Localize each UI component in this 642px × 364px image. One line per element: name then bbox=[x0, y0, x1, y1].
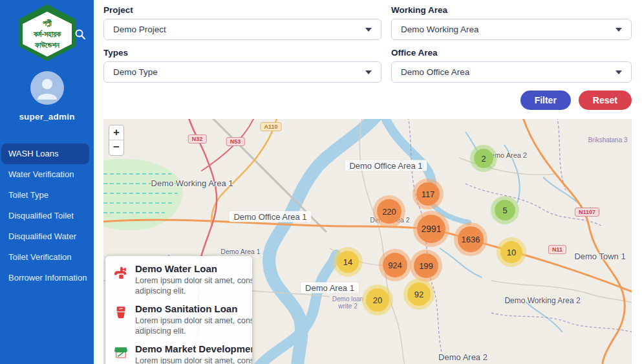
svg-text:ফাউন্ডেশন: ফাউন্ডেশন bbox=[34, 41, 59, 50]
road-badge: N11 bbox=[548, 245, 566, 254]
cluster-count: 1636 bbox=[462, 235, 480, 244]
sidebar-item-toilet-verification[interactable]: Toilet Verification bbox=[0, 247, 94, 268]
faucet-icon bbox=[114, 263, 129, 296]
map-cluster[interactable]: 924 bbox=[383, 253, 407, 277]
types-field: Types Demo Type bbox=[103, 48, 381, 110]
map-cluster[interactable]: 2991 bbox=[417, 215, 445, 243]
road-badge: N32 bbox=[188, 134, 207, 144]
cluster-count: 199 bbox=[419, 261, 433, 271]
sidebar-nav: WASH Loans Water Verification Toilet Typ… bbox=[0, 144, 94, 288]
zoom-in-button[interactable]: + bbox=[109, 125, 123, 140]
map-label: Demo Office Area 1 bbox=[345, 160, 427, 171]
map-cluster[interactable]: 220 bbox=[377, 199, 401, 224]
working-area-field: Working Area Demo Working Area bbox=[391, 5, 632, 48]
logo-hexagon-icon: পল্লী কর্ম-সহায়ক ফাউন্ডেশন bbox=[17, 4, 77, 61]
svg-text:কর্ম-সহায়ক: কর্ম-সহায়ক bbox=[32, 30, 61, 39]
sidebar-item-water-verification[interactable]: Water Verification bbox=[0, 164, 94, 185]
office-area-select-value: Demo Office Area bbox=[401, 67, 469, 77]
map-cluster[interactable]: 5 bbox=[495, 200, 515, 220]
types-select-value: Demo Type bbox=[113, 67, 158, 77]
map-label: Demo loan write 2 bbox=[328, 295, 367, 310]
sidebar: পল্লী কর্ম-সহায়ক ফাউন্ডেশন super_admin … bbox=[0, 0, 94, 364]
project-label: Project bbox=[103, 5, 381, 15]
map-cluster[interactable]: 2 bbox=[474, 149, 493, 168]
toilet-icon bbox=[114, 303, 129, 336]
map-label: Demo Town 1 bbox=[574, 252, 625, 261]
org-logo: পল্লী কর্ম-সহায়ক ফাউন্ডেশন bbox=[17, 4, 77, 61]
office-area-field: Office Area Demo Office Area Filter Rese… bbox=[391, 48, 632, 110]
chevron-down-icon bbox=[615, 28, 622, 32]
project-select[interactable]: Demo Project bbox=[103, 19, 381, 40]
sidebar-item-borrower-information[interactable]: Borrower Information bbox=[0, 268, 94, 288]
working-area-label: Working Area bbox=[391, 5, 632, 15]
office-area-select[interactable]: Demo Office Area bbox=[391, 61, 632, 83]
legend-text-block: Demo Water Loan Lorem ipsum dolor sit am… bbox=[135, 263, 252, 296]
map-cluster[interactable]: 92 bbox=[407, 283, 431, 306]
map-cluster[interactable]: 14 bbox=[337, 251, 359, 273]
cluster-count: 92 bbox=[414, 290, 423, 299]
road-badge: N53 bbox=[226, 137, 245, 146]
map-cluster[interactable]: 199 bbox=[414, 253, 438, 278]
map-cluster[interactable]: 1636 bbox=[458, 226, 484, 252]
sidebar-item-wash-loans[interactable]: WASH Loans bbox=[1, 144, 89, 164]
project-select-value: Demo Project bbox=[113, 25, 166, 34]
username: super_admin bbox=[0, 112, 94, 122]
map-cluster[interactable]: 20 bbox=[366, 288, 389, 312]
sidebar-item-toilet-type[interactable]: Toilet Type bbox=[0, 185, 94, 206]
map-legend: Demo Water Loan Lorem ipsum dolor sit am… bbox=[105, 256, 252, 364]
filter-actions: Filter Reset bbox=[391, 91, 632, 110]
map-label: Demo Office Area 1 bbox=[229, 211, 311, 222]
map-label: Demo Area 1 bbox=[301, 283, 359, 294]
office-area-label: Office Area bbox=[391, 48, 632, 58]
cluster-count: 924 bbox=[388, 261, 402, 270]
legend-item-sanitation-loan: Demo Sanitation Loan Lorem ipsum dolor s… bbox=[114, 303, 252, 336]
cluster-count: 20 bbox=[373, 295, 382, 305]
sidebar-item-disqualified-toilet[interactable]: Disqualified Toilet bbox=[0, 206, 94, 226]
reset-button[interactable]: Reset bbox=[579, 91, 632, 110]
road-badge: A110 bbox=[260, 122, 281, 131]
map-cluster[interactable]: 117 bbox=[416, 182, 440, 206]
user-avatar bbox=[30, 71, 64, 105]
project-field: Project Demo Project bbox=[103, 5, 381, 48]
cluster-count: 220 bbox=[382, 207, 396, 217]
types-select[interactable]: Demo Type bbox=[103, 61, 381, 83]
filter-panel: Project Demo Project Working Area Demo W… bbox=[103, 5, 632, 110]
main-content: Project Demo Project Working Area Demo W… bbox=[94, 0, 642, 364]
legend-text-block: Demo Market Development Loan Lorem ipsum… bbox=[135, 343, 252, 364]
map[interactable]: + − Demo Working Area 1 Demo Office Area… bbox=[103, 119, 632, 364]
cluster-count: 117 bbox=[422, 189, 435, 199]
filter-button[interactable]: Filter bbox=[520, 91, 571, 110]
search-icon[interactable] bbox=[74, 28, 86, 40]
person-icon bbox=[30, 71, 64, 105]
storefront-icon bbox=[114, 343, 129, 364]
map-label: Demo Working Area 2 bbox=[504, 296, 580, 305]
chevron-down-icon bbox=[365, 70, 372, 74]
sidebar-item-disqualified-water[interactable]: Disqualified Water bbox=[0, 226, 94, 247]
working-area-select-value: Demo Working Area bbox=[401, 25, 479, 34]
logo-wrap: পল্লী কর্ম-সহায়ক ফাউন্ডেশন bbox=[0, 0, 94, 61]
legend-desc: Lorem ipsum dolor sit amet, consectetur … bbox=[135, 316, 252, 336]
legend-item-water-loan: Demo Water Loan Lorem ipsum dolor sit am… bbox=[114, 263, 252, 296]
cluster-count: 2 bbox=[481, 154, 486, 164]
legend-item-market-loan: Demo Market Development Loan Lorem ipsum… bbox=[114, 343, 252, 364]
map-label: Brikshatana 3 bbox=[588, 136, 627, 144]
legend-desc: Lorem ipsum dolor sit amet, consectetur … bbox=[135, 275, 252, 296]
legend-title: Demo Sanitation Loan bbox=[135, 303, 252, 314]
zoom-out-button[interactable]: − bbox=[109, 140, 123, 155]
cluster-count: 14 bbox=[343, 257, 352, 267]
svg-text:পল্লী: পল্লী bbox=[42, 19, 52, 28]
types-label: Types bbox=[103, 48, 381, 58]
map-label: Demo Working Area 1 bbox=[151, 178, 233, 188]
map-label: Demo Area 1 bbox=[220, 248, 260, 255]
cluster-count: 5 bbox=[502, 206, 507, 215]
map-zoom-control: + − bbox=[109, 125, 124, 156]
cluster-count: 2991 bbox=[421, 224, 441, 234]
road-badge: N1107 bbox=[575, 208, 599, 217]
map-cluster[interactable]: 10 bbox=[500, 241, 522, 263]
working-area-select[interactable]: Demo Working Area bbox=[391, 19, 632, 40]
legend-text-block: Demo Sanitation Loan Lorem ipsum dolor s… bbox=[135, 303, 252, 336]
map-label: Demo Area 2 bbox=[438, 352, 487, 362]
legend-desc: Lorem ipsum dolor sit amet, consectetur … bbox=[135, 356, 252, 364]
chevron-down-icon bbox=[365, 28, 372, 32]
app-root: পল্লী কর্ম-সহায়ক ফাউন্ডেশন super_admin … bbox=[0, 0, 642, 364]
